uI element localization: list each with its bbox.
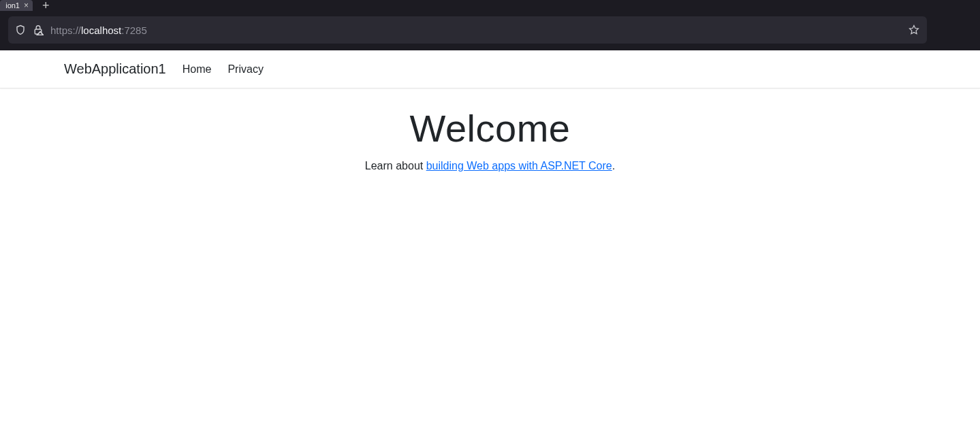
url-port: :7285 (121, 25, 147, 36)
page-title: Welcome (0, 106, 980, 150)
browser-chrome: ion1 × + (0, 0, 980, 50)
nav-link-home[interactable]: Home (183, 63, 212, 76)
bookmark-star-icon[interactable] (908, 24, 920, 36)
nav-link-privacy[interactable]: Privacy (227, 63, 263, 76)
url-host: localhost (81, 25, 121, 36)
tab-title: ion1 (5, 1, 20, 10)
lead-text: Learn about building Web apps with ASP.N… (0, 160, 980, 172)
page-content: WebApplication1 Home Privacy Welcome Lea… (0, 50, 980, 172)
brand-title[interactable]: WebApplication1 (64, 61, 166, 77)
lead-link[interactable]: building Web apps with ASP.NET Core (426, 160, 612, 172)
new-tab-button[interactable]: + (33, 0, 59, 12)
toolbar-right-gutter (935, 11, 980, 50)
hero-section: Welcome Learn about building Web apps wi… (0, 88, 980, 172)
url-protocol: https:// (50, 25, 81, 36)
url-text[interactable]: https://localhost:7285 (50, 25, 901, 35)
close-icon[interactable]: × (24, 1, 29, 10)
shield-icon[interactable] (15, 25, 26, 35)
tab-strip: ion1 × + (0, 0, 980, 11)
site-navbar: WebApplication1 Home Privacy (0, 50, 980, 88)
lock-warning-icon[interactable] (33, 25, 44, 35)
address-bar[interactable]: https://localhost:7285 (8, 16, 927, 44)
lead-prefix: Learn about (365, 160, 426, 172)
browser-toolbar: https://localhost:7285 (0, 11, 935, 50)
browser-tab[interactable]: ion1 × (0, 0, 33, 11)
lead-suffix: . (612, 160, 615, 172)
